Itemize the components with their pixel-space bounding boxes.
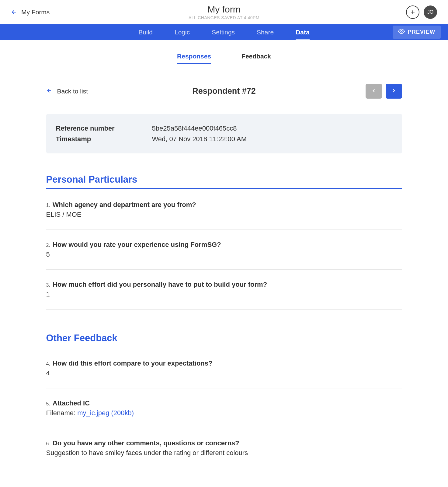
question-number: 6.: [46, 441, 50, 447]
nav-bar: Build Logic Settings Share Data PREVIEW: [0, 24, 448, 40]
avatar-initials: JO: [427, 9, 433, 15]
question-block: 1. Which agency and department are you f…: [46, 201, 402, 230]
answer-text: 4: [46, 369, 402, 377]
question-number: 4.: [46, 361, 50, 367]
question-block: 2. How would you rate your experience us…: [46, 241, 402, 270]
meta-box: Reference number 5be25a58f444ee000f465cc…: [46, 114, 402, 153]
answer-text: Suggestion to have smiley faces under th…: [46, 449, 402, 457]
meta-row-reference: Reference number 5be25a58f444ee000f465cc…: [56, 123, 392, 134]
back-to-list-button[interactable]: Back to list: [46, 88, 88, 95]
reference-value: 5be25a58f444ee000f465cc8: [152, 123, 237, 134]
meta-row-timestamp: Timestamp Wed, 07 Nov 2018 11:22:00 AM: [56, 134, 392, 144]
avatar[interactable]: JO: [424, 5, 437, 19]
respondent-header: Back to list Respondent #72: [46, 84, 402, 99]
back-to-list-label: Back to list: [57, 88, 88, 95]
question-text: Which agency and department are you from…: [53, 201, 196, 209]
question-text: How would you rate your experience using…: [53, 241, 221, 249]
question-block: 4. How did this effort compare to your e…: [46, 359, 402, 388]
save-status: All changes saved at 4:40pm: [189, 15, 259, 20]
eye-icon: [398, 28, 405, 36]
next-button[interactable]: [386, 84, 402, 99]
question-text: How did this effort compare to your expe…: [53, 359, 213, 367]
arrow-left-icon: [46, 88, 52, 95]
chevron-left-icon: [371, 88, 377, 95]
question-text: How much effort did you personally have …: [53, 281, 267, 289]
chevron-right-icon: [391, 88, 397, 95]
header-left: My Forms: [11, 9, 50, 16]
tab-logic[interactable]: Logic: [175, 25, 190, 40]
answer-text: 5: [46, 251, 402, 258]
filename-link[interactable]: my_ic.jpeg (200kb): [77, 409, 134, 417]
back-arrow-icon[interactable]: [11, 9, 17, 15]
preview-button[interactable]: PREVIEW: [393, 26, 441, 39]
header-center: My form All changes saved at 4:40pm: [189, 4, 259, 20]
form-title: My form: [189, 4, 259, 15]
question-block: 3. How much effort did you personally ha…: [46, 281, 402, 310]
answer-text: ELIS / MOE: [46, 211, 402, 219]
question-text: Do you have any other comments, question…: [53, 439, 239, 447]
question-block: 6. Do you have any other comments, quest…: [46, 439, 402, 468]
question-text: Attached IC: [53, 399, 90, 407]
pagination: [366, 84, 402, 99]
question-number: 3.: [46, 282, 50, 288]
question-number: 1.: [46, 203, 50, 208]
add-button[interactable]: [406, 5, 419, 19]
respondent-title: Respondent #72: [192, 86, 256, 96]
question-number: 2.: [46, 243, 50, 248]
tab-build[interactable]: Build: [138, 25, 153, 40]
tab-share[interactable]: Share: [257, 25, 274, 40]
nav-tabs: Build Logic Settings Share Data: [138, 25, 309, 40]
timestamp-value: Wed, 07 Nov 2018 11:22:00 AM: [152, 134, 247, 144]
my-forms-link[interactable]: My Forms: [21, 9, 50, 16]
prev-button[interactable]: [366, 84, 382, 99]
question-number: 5.: [46, 401, 50, 407]
top-header: My Forms My form All changes saved at 4:…: [0, 0, 448, 24]
filename-label: Filename:: [46, 409, 78, 417]
question-block: 5. Attached IC Filename: my_ic.jpeg (200…: [46, 399, 402, 428]
header-right: JO: [406, 5, 437, 19]
tab-data[interactable]: Data: [296, 25, 310, 40]
section-title-personal: Personal Particulars: [46, 174, 402, 189]
sub-tab-feedback[interactable]: Feedback: [241, 53, 271, 64]
section-title-other: Other Feedback: [46, 333, 402, 347]
sub-tabs: Responses Feedback: [0, 40, 448, 67]
answer-text: 1: [46, 290, 402, 298]
tab-settings[interactable]: Settings: [212, 25, 235, 40]
answer-filename: Filename: my_ic.jpeg (200kb): [46, 409, 402, 417]
sub-tab-responses[interactable]: Responses: [177, 53, 211, 64]
reference-label: Reference number: [56, 123, 152, 134]
content: Back to list Respondent #72 Reference nu…: [46, 67, 402, 487]
svg-point-0: [401, 30, 402, 32]
timestamp-label: Timestamp: [56, 134, 152, 144]
preview-label: PREVIEW: [408, 29, 435, 35]
